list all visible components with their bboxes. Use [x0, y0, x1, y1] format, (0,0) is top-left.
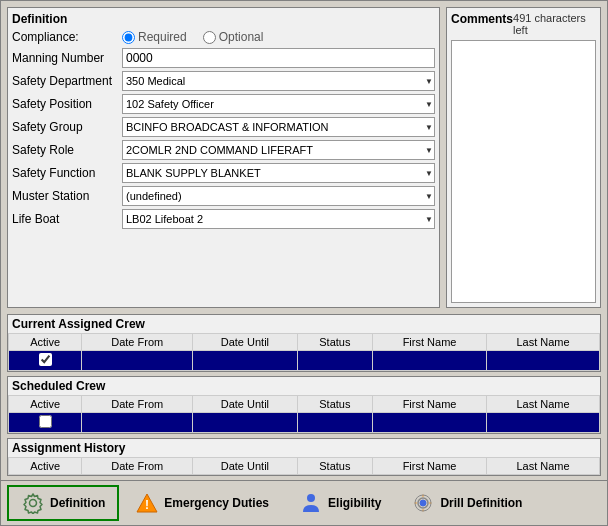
- manning-number-input[interactable]: [122, 48, 435, 68]
- current-crew-col-dateuntil: Date Until: [193, 334, 298, 351]
- current-crew-section: Current Assigned Crew Active Date From D…: [7, 314, 601, 372]
- current-crew-table: Active Date From Date Until Status First…: [8, 333, 600, 371]
- tab-definition[interactable]: Definition: [7, 485, 119, 521]
- definition-icon: [21, 491, 45, 515]
- assignment-history-table: Active Date From Date Until Status First…: [8, 457, 600, 475]
- scheduled-crew-col-lastname: Last Name: [486, 396, 599, 413]
- safety-function-row: Safety Function BLANK SUPPLY BLANKET ▼: [12, 163, 435, 183]
- assignment-history-col-status: Status: [297, 458, 372, 475]
- current-crew-col-active: Active: [9, 334, 82, 351]
- current-crew-col-firstname: First Name: [373, 334, 487, 351]
- life-boat-label: Life Boat: [12, 212, 122, 226]
- safety-position-row: Safety Position 102 Safety Officer ▼: [12, 94, 435, 114]
- scheduled-crew-col-status: Status: [297, 396, 372, 413]
- current-crew-row[interactable]: [9, 351, 600, 371]
- content-area: Definition Compliance: Required Optional: [1, 1, 607, 314]
- compliance-radio-group: Required Optional: [122, 30, 263, 44]
- scheduled-crew-cell-active: [9, 413, 82, 433]
- assignment-history-col-datefrom: Date From: [82, 458, 193, 475]
- scheduled-crew-cell-datefrom: [82, 413, 193, 433]
- safety-role-label: Safety Role: [12, 143, 122, 157]
- safety-group-wrapper: BCINFO BROADCAST & INFORMATION ▼: [122, 117, 435, 137]
- required-radio[interactable]: [122, 31, 135, 44]
- scheduled-crew-cell-dateuntil: [193, 413, 298, 433]
- lower-area: Current Assigned Crew Active Date From D…: [1, 314, 607, 480]
- safety-role-wrapper: 2COMLR 2ND COMMAND LIFERAFT ▼: [122, 140, 435, 160]
- safety-department-select[interactable]: 350 Medical: [122, 71, 435, 91]
- manning-number-label: Manning Number: [12, 51, 122, 65]
- gear-svg: [22, 492, 44, 514]
- safety-group-select[interactable]: BCINFO BROADCAST & INFORMATION: [122, 117, 435, 137]
- assignment-history-col-dateuntil: Date Until: [193, 458, 298, 475]
- warning-svg: !: [136, 492, 158, 514]
- definition-title: Definition: [12, 12, 435, 26]
- main-window: Definition Compliance: Required Optional: [0, 0, 608, 526]
- safety-department-label: Safety Department: [12, 74, 122, 88]
- safety-function-wrapper: BLANK SUPPLY BLANKET ▼: [122, 163, 435, 183]
- muster-station-row: Muster Station (undefined) ▼: [12, 186, 435, 206]
- scheduled-crew-section: Scheduled Crew Active Date From Date Unt…: [7, 376, 601, 434]
- scheduled-crew-row[interactable]: [9, 413, 600, 433]
- optional-radio-label[interactable]: Optional: [203, 30, 264, 44]
- assignment-history-col-lastname: Last Name: [486, 458, 599, 475]
- manning-number-row: Manning Number: [12, 48, 435, 68]
- svg-text:!: !: [145, 498, 149, 512]
- definition-panel: Definition Compliance: Required Optional: [7, 7, 440, 308]
- safety-function-select[interactable]: BLANK SUPPLY BLANKET: [122, 163, 435, 183]
- drill-svg: [412, 492, 434, 514]
- required-radio-label[interactable]: Required: [122, 30, 187, 44]
- assignment-history-col-firstname: First Name: [373, 458, 487, 475]
- eligibility-icon: [299, 491, 323, 515]
- safety-group-row: Safety Group BCINFO BROADCAST & INFORMAT…: [12, 117, 435, 137]
- current-crew-checkbox[interactable]: [39, 353, 52, 366]
- scheduled-crew-col-firstname: First Name: [373, 396, 487, 413]
- current-crew-cell-status: [297, 351, 372, 371]
- scheduled-crew-checkbox[interactable]: [39, 415, 52, 428]
- tab-emergency-duties[interactable]: ! Emergency Duties: [121, 485, 283, 521]
- tab-drill-definition[interactable]: Drill Definition: [397, 485, 536, 521]
- emergency-duties-icon: !: [135, 491, 159, 515]
- safety-position-label: Safety Position: [12, 97, 122, 111]
- scheduled-crew-header-row: Active Date From Date Until Status First…: [9, 396, 600, 413]
- scheduled-crew-title: Scheduled Crew: [8, 377, 600, 395]
- current-crew-cell-dateuntil: [193, 351, 298, 371]
- current-crew-cell-firstname: [373, 351, 487, 371]
- comments-title: Comments: [451, 12, 513, 36]
- comments-header: Comments 491 characters left: [451, 12, 596, 36]
- scheduled-crew-col-active: Active: [9, 396, 82, 413]
- current-crew-cell-datefrom: [82, 351, 193, 371]
- optional-radio[interactable]: [203, 31, 216, 44]
- comments-textarea[interactable]: [451, 40, 596, 303]
- assignment-history-header-row: Active Date From Date Until Status First…: [9, 458, 600, 475]
- comments-chars-left: 491 characters left: [513, 12, 596, 36]
- comments-panel: Comments 491 characters left: [446, 7, 601, 308]
- person-svg: [300, 492, 322, 514]
- current-crew-cell-active: [9, 351, 82, 371]
- muster-station-wrapper: (undefined) ▼: [122, 186, 435, 206]
- life-boat-wrapper: LB02 Lifeboat 2 ▼: [122, 209, 435, 229]
- current-crew-cell-lastname: [486, 351, 599, 371]
- tab-eligibility[interactable]: Eligibility: [285, 485, 395, 521]
- life-boat-row: Life Boat LB02 Lifeboat 2 ▼: [12, 209, 435, 229]
- safety-role-row: Safety Role 2COMLR 2ND COMMAND LIFERAFT …: [12, 140, 435, 160]
- assignment-history-title: Assignment History: [8, 439, 600, 457]
- scheduled-crew-cell-lastname: [486, 413, 599, 433]
- scheduled-crew-table: Active Date From Date Until Status First…: [8, 395, 600, 433]
- drill-definition-icon: [411, 491, 435, 515]
- tab-drill-definition-label: Drill Definition: [440, 496, 522, 510]
- current-crew-col-datefrom: Date From: [82, 334, 193, 351]
- assignment-history-col-active: Active: [9, 458, 82, 475]
- life-boat-select[interactable]: LB02 Lifeboat 2: [122, 209, 435, 229]
- safety-department-wrapper: 350 Medical ▼: [122, 71, 435, 91]
- safety-role-select[interactable]: 2COMLR 2ND COMMAND LIFERAFT: [122, 140, 435, 160]
- current-crew-header-row: Active Date From Date Until Status First…: [9, 334, 600, 351]
- safety-function-label: Safety Function: [12, 166, 122, 180]
- safety-position-select[interactable]: 102 Safety Officer: [122, 94, 435, 114]
- safety-department-row: Safety Department 350 Medical ▼: [12, 71, 435, 91]
- bottom-tabs: Definition ! Emergency Duties Eligibilit…: [1, 480, 607, 525]
- tab-emergency-duties-label: Emergency Duties: [164, 496, 269, 510]
- current-crew-col-lastname: Last Name: [486, 334, 599, 351]
- muster-station-select[interactable]: (undefined): [122, 186, 435, 206]
- safety-position-wrapper: 102 Safety Officer ▼: [122, 94, 435, 114]
- scheduled-crew-cell-firstname: [373, 413, 487, 433]
